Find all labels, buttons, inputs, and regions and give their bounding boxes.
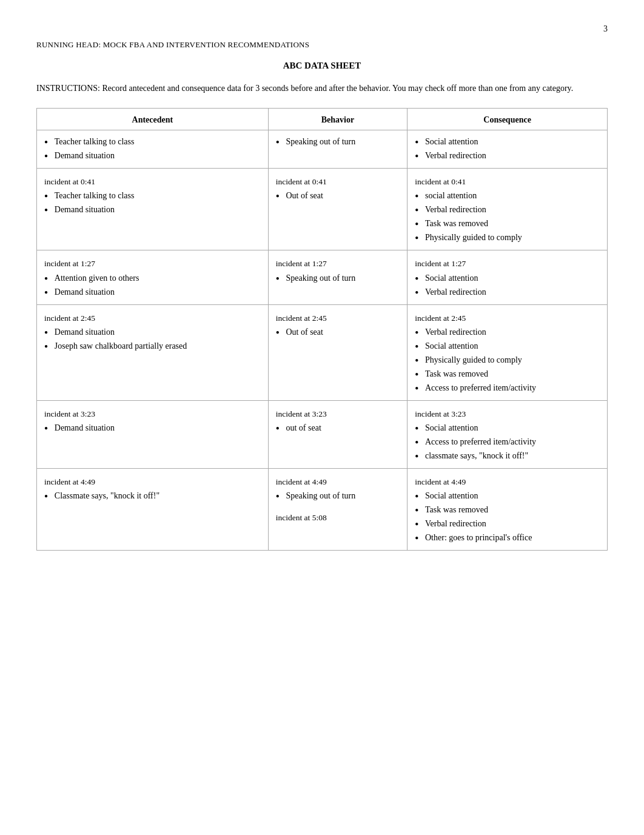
behavior-item: Speaking out of turn [276,272,400,284]
antecedent-item: Demand situation [44,421,261,434]
antecedent-item: Attention given to others [44,272,261,284]
table-row: incident at 4:49Classmate says, "knock i… [37,469,608,551]
consequence-item: Other: goes to principal's office [415,531,600,544]
incident-label-behavior: incident at 1:27 [276,255,400,271]
antecedent-item: Demand situation [44,326,261,338]
consequence-item: Physically guided to comply [415,231,600,244]
incident-label-consequence: incident at 3:23 [415,406,600,421]
consequence-cell: incident at 4:49Social attentionTask was… [408,469,608,551]
antecedent-cell: incident at 4:49Classmate says, "knock i… [37,469,269,551]
incident-label-behavior: incident at 4:49 [276,474,400,489]
consequence-item: Access to preferred item/activity [415,435,600,448]
consequence-item: Social attention [415,421,600,434]
antecedent-item: Teacher talking to class [44,135,261,148]
col-header-antecedent: Antecedent [37,109,269,130]
table-row: incident at 3:23Demand situationincident… [37,400,608,468]
consequence-item: Task was removed [415,217,600,230]
behavior-cell: incident at 4:49Speaking out of turninci… [268,469,408,551]
consequence-item: Access to preferred item/activity [415,381,600,394]
consequence-item: Task was removed [415,503,600,516]
consequence-item: Verbal redirection [415,326,600,338]
antecedent-item: Joseph saw chalkboard partially erased [44,340,261,352]
consequence-item: Physically guided to comply [415,354,600,366]
abc-data-table: Antecedent Behavior Consequence Teacher … [36,108,608,551]
table-row: incident at 2:45Demand situationJoseph s… [37,304,608,400]
behavior-item: out of seat [276,421,400,434]
after-incident-label: incident at 5:08 [276,509,400,525]
consequence-item: social attention [415,189,600,202]
incident-label-behavior: incident at 2:45 [276,310,400,326]
behavior-item: Speaking out of turn [276,135,400,148]
incident-label-consequence: incident at 2:45 [415,310,600,326]
incident-label: incident at 4:49 [44,474,261,489]
antecedent-cell: incident at 0:41Teacher talking to class… [37,169,269,250]
consequence-cell: incident at 0:41social attentionVerbal r… [408,169,608,250]
antecedent-cell: incident at 3:23Demand situation [37,400,269,468]
behavior-cell: incident at 2:45Out of seat [268,304,408,400]
consequence-item: Social attention [415,340,600,352]
consequence-item: Verbal redirection [415,203,600,216]
page-number: 3 [36,24,608,34]
consequence-item: Task was removed [415,367,600,380]
consequence-item: Social attention [415,489,600,502]
behavior-cell: incident at 0:41Out of seat [268,169,408,250]
antecedent-cell: Teacher talking to classDemand situation [37,130,269,169]
antecedent-item: Classmate says, "knock it off!" [44,489,261,502]
consequence-cell: Social attentionVerbal redirection [408,130,608,169]
behavior-item: Speaking out of turn [276,489,400,502]
incident-label-behavior: incident at 3:23 [276,406,400,421]
col-header-consequence: Consequence [408,109,608,130]
incident-label: incident at 1:27 [44,255,261,271]
behavior-cell: incident at 3:23out of seat [268,400,408,468]
antecedent-cell: incident at 1:27Attention given to other… [37,250,269,304]
consequence-item: Verbal redirection [415,517,600,530]
consequence-item: classmate says, "knock it off!" [415,449,600,462]
incident-label-consequence: incident at 1:27 [415,255,600,271]
consequence-cell: incident at 1:27Social attentionVerbal r… [408,250,608,304]
behavior-cell: incident at 1:27Speaking out of turn [268,250,408,304]
page-title: ABC DATA SHEET [36,61,608,71]
consequence-cell: incident at 3:23Social attentionAccess t… [408,400,608,468]
antecedent-cell: incident at 2:45Demand situationJoseph s… [37,304,269,400]
running-head: RUNNING HEAD: MOCK FBA AND INTERVENTION … [36,40,608,50]
table-row: Teacher talking to classDemand situation… [37,130,608,169]
table-row: incident at 1:27Attention given to other… [37,250,608,304]
incident-label-behavior: incident at 0:41 [276,173,400,189]
consequence-item: Verbal redirection [415,286,600,298]
behavior-cell: Speaking out of turn [268,130,408,169]
consequence-item: Social attention [415,272,600,284]
col-header-behavior: Behavior [268,109,408,130]
antecedent-item: Demand situation [44,203,261,216]
incident-label: incident at 2:45 [44,310,261,326]
consequence-item: Verbal redirection [415,149,600,162]
behavior-item: Out of seat [276,189,400,202]
incident-label-consequence: incident at 0:41 [415,173,600,189]
antecedent-item: Teacher talking to class [44,189,261,202]
incident-label-consequence: incident at 4:49 [415,474,600,489]
instructions: INSTRUCTIONS: Record antecedent and cons… [36,82,608,95]
incident-label: incident at 3:23 [44,406,261,421]
consequence-cell: incident at 2:45Verbal redirectionSocial… [408,304,608,400]
behavior-item: Out of seat [276,326,400,338]
table-row: incident at 0:41Teacher talking to class… [37,169,608,250]
antecedent-item: Demand situation [44,286,261,298]
incident-label: incident at 0:41 [44,173,261,189]
consequence-item: Social attention [415,135,600,148]
antecedent-item: Demand situation [44,149,261,162]
